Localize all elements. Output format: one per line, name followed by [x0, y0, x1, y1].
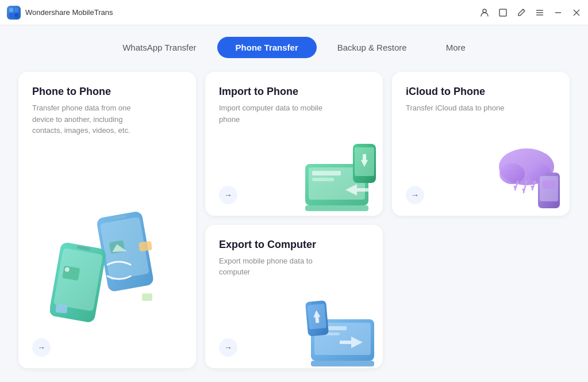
phone-to-phone-illustration: [50, 207, 165, 334]
card-phone-to-phone-arrow[interactable]: →: [32, 338, 51, 357]
app-logo: [7, 6, 21, 20]
card-import-desc: Import computer data to mobile phone: [219, 102, 334, 125]
svg-rect-41: [545, 173, 552, 175]
card-export-to-computer[interactable]: Export to Computer Export mobile phone d…: [205, 225, 383, 369]
card-icloud-to-phone[interactable]: iCloud to Phone Transfer iCloud data to …: [392, 72, 570, 216]
tab-phone[interactable]: Phone Transfer: [217, 37, 317, 58]
menu-icon[interactable]: [535, 8, 544, 17]
svg-point-34: [499, 163, 525, 184]
export-illustration: [302, 293, 377, 362]
svg-rect-2: [9, 13, 13, 17]
card-phone-to-phone-title: Phone to Phone: [32, 86, 182, 98]
app-title: Wondershare MobileTrans: [25, 8, 480, 17]
svg-rect-23: [55, 304, 67, 314]
card-phone-to-phone-desc: Transfer phone data from one device to a…: [32, 102, 147, 136]
card-phone-to-phone[interactable]: Phone to Phone Transfer phone data from …: [18, 72, 196, 368]
svg-rect-45: [311, 361, 374, 366]
svg-rect-5: [499, 9, 506, 16]
card-icloud-desc: Transfer iCloud data to phone: [406, 102, 521, 114]
svg-rect-1: [14, 8, 18, 12]
window-controls: [480, 8, 581, 17]
card-export-desc: Export mobile phone data to computer: [219, 255, 334, 278]
import-illustration: [302, 141, 377, 210]
account-icon[interactable]: [480, 8, 489, 17]
svg-rect-22: [138, 241, 152, 252]
main-content: WhatsApp Transfer Phone Transfer Backup …: [0, 25, 588, 382]
nav-tabs: WhatsApp Transfer Phone Transfer Backup …: [0, 25, 588, 67]
tab-whatsapp[interactable]: WhatsApp Transfer: [104, 37, 214, 58]
svg-rect-3: [14, 13, 18, 17]
svg-rect-32: [361, 144, 368, 146]
svg-rect-27: [305, 205, 368, 211]
svg-rect-24: [142, 293, 152, 301]
window-icon[interactable]: [498, 8, 508, 17]
card-export-title: Export to Computer: [219, 239, 369, 251]
card-import-arrow[interactable]: →: [219, 186, 237, 204]
minimize-icon[interactable]: [554, 8, 563, 17]
svg-rect-28: [312, 171, 341, 175]
edit-icon[interactable]: [517, 8, 526, 17]
svg-rect-42: [543, 181, 555, 189]
card-export-arrow[interactable]: →: [219, 338, 237, 357]
card-icloud-arrow[interactable]: →: [406, 186, 424, 204]
svg-rect-0: [9, 8, 13, 12]
card-icloud-title: iCloud to Phone: [406, 86, 556, 98]
card-import-to-phone[interactable]: Import to Phone Import computer data to …: [205, 72, 383, 216]
close-icon[interactable]: [572, 8, 581, 17]
svg-rect-29: [312, 178, 334, 181]
icloud-illustration: [489, 141, 564, 210]
card-import-title: Import to Phone: [219, 86, 369, 98]
svg-point-4: [483, 9, 486, 13]
title-bar: Wondershare MobileTrans: [0, 0, 588, 25]
tab-backup[interactable]: Backup & Restore: [319, 37, 425, 58]
tab-more[interactable]: More: [428, 37, 484, 58]
cards-grid: Phone to Phone Transfer phone data from …: [0, 67, 588, 382]
